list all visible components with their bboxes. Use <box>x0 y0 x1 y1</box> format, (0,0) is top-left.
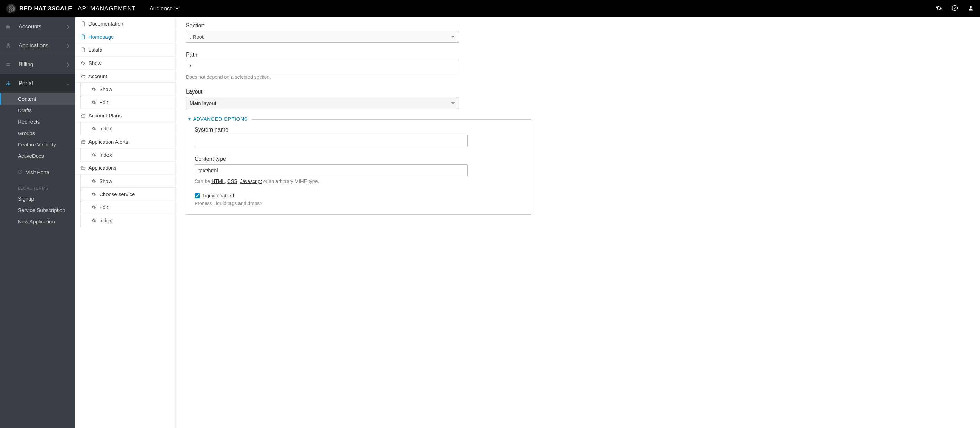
section-select[interactable]: . Root <box>186 31 459 43</box>
tree-item-account-edit[interactable]: Edit <box>80 96 175 109</box>
tree-item-applications-index[interactable]: Index <box>80 214 175 227</box>
sub-item-visit-portal[interactable]: Visit Portal <box>0 166 75 178</box>
gear-icon <box>91 87 96 92</box>
sidebar-label: Accounts <box>19 24 41 30</box>
liquid-enabled-label: Liquid enabled <box>202 193 234 198</box>
header-right: ? <box>936 5 974 13</box>
content-type-input[interactable] <box>194 164 468 176</box>
primary-sidebar: Accounts ❯ Applications ❯ Billing ❯ Port… <box>0 17 75 428</box>
sidebar-item-applications[interactable]: Applications ❯ <box>0 36 75 55</box>
path-input[interactable] <box>186 60 459 72</box>
svg-rect-9 <box>10 84 10 85</box>
chevron-right-icon: ❯ <box>66 43 70 48</box>
layout-label: Layout <box>186 89 459 95</box>
tree-item-account-plans[interactable]: Account Plans <box>75 109 175 122</box>
section-label: Section <box>186 22 459 29</box>
gear-icon <box>91 126 96 131</box>
svg-rect-7 <box>6 84 7 85</box>
tree-item-show[interactable]: Show <box>75 57 175 70</box>
gear-icon <box>80 61 86 66</box>
tree-item-applications-choose-service[interactable]: Choose service <box>80 188 175 201</box>
advanced-options-toggle[interactable]: ▼ ADVANCED OPTIONS <box>184 116 251 122</box>
tree-item-documentation[interactable]: Documentation <box>75 17 175 30</box>
sub-item-activedocs[interactable]: ActiveDocs <box>0 150 75 162</box>
advanced-options-fieldset: ▼ ADVANCED OPTIONS System name Content t… <box>186 119 531 215</box>
tree-item-application-alerts-index[interactable]: Index <box>80 148 175 162</box>
sidebar-item-accounts[interactable]: Accounts ❯ <box>0 17 75 36</box>
tree-item-account-show[interactable]: Show <box>80 83 175 96</box>
sub-item-drafts[interactable]: Drafts <box>0 105 75 116</box>
sidebar-label: Billing <box>19 62 33 68</box>
tree-item-applications-edit[interactable]: Edit <box>80 201 175 214</box>
path-label: Path <box>186 52 459 58</box>
top-header: RED HAT 3SCALE API MANAGEMENT Audience ? <box>0 0 980 17</box>
tree-item-account[interactable]: Account <box>75 70 175 83</box>
file-icon <box>80 21 86 26</box>
liquid-enabled-checkbox[interactable] <box>194 193 200 198</box>
svg-rect-6 <box>8 81 9 82</box>
svg-point-2 <box>970 6 972 8</box>
sitemap-icon <box>6 81 14 86</box>
link-javascript[interactable]: Javascript <box>240 178 262 184</box>
tree-item-homepage[interactable]: Homepage <box>75 30 175 43</box>
main-content: Section . Root Path Does not depend on a… <box>175 17 980 428</box>
file-icon <box>80 47 86 52</box>
external-link-icon <box>18 170 22 175</box>
audience-menu[interactable]: Audience <box>150 6 179 12</box>
folder-open-icon <box>80 113 86 118</box>
briefcase-icon <box>6 24 14 29</box>
sub-item-content[interactable]: Content <box>0 93 75 105</box>
sidebar-label: Applications <box>19 43 48 49</box>
sub-item-new-application[interactable]: New Application <box>0 216 75 227</box>
sub-item-redirects[interactable]: Redirects <box>0 116 75 127</box>
sub-item-feature-visibility[interactable]: Feature Visibility <box>0 139 75 150</box>
system-name-input[interactable] <box>194 135 468 147</box>
sidebar-item-billing[interactable]: Billing ❯ <box>0 55 75 74</box>
sub-item-groups[interactable]: Groups <box>0 127 75 139</box>
logo-icon <box>6 4 16 13</box>
folder-open-icon <box>80 166 86 170</box>
brand-strong: RED HAT 3SCALE <box>19 5 72 12</box>
content-tree: Documentation Homepage Lalala Show Accou… <box>75 17 175 428</box>
tree-item-lalala[interactable]: Lalala <box>75 43 175 57</box>
cubes-icon <box>6 43 14 48</box>
chevron-right-icon: ❯ <box>66 62 70 67</box>
layout-select[interactable]: Main layout <box>186 97 459 109</box>
gear-icon <box>91 192 96 197</box>
chevron-down-icon <box>175 6 179 12</box>
svg-text:?: ? <box>954 6 956 10</box>
help-icon[interactable]: ? <box>952 5 958 13</box>
user-icon[interactable] <box>967 5 974 13</box>
sub-item-service-subscription[interactable]: Service Subscription <box>0 204 75 216</box>
brand-logo[interactable]: RED HAT 3SCALE API MANAGEMENT <box>6 4 136 13</box>
portal-submenu: Content Drafts Redirects Groups Feature … <box>0 93 75 227</box>
liquid-help: Process Liquid tags and drops? <box>194 201 468 206</box>
chevron-down-icon: ⌄ <box>66 81 70 86</box>
tree-item-applications-show[interactable]: Show <box>80 174 175 188</box>
tree-item-application-alerts[interactable]: Application Alerts <box>75 135 175 148</box>
gear-icon[interactable] <box>936 5 942 13</box>
gear-icon <box>91 205 96 210</box>
legal-terms-heading: Legal Terms <box>0 182 75 193</box>
svg-rect-8 <box>8 84 9 85</box>
tree-item-applications[interactable]: Applications <box>75 162 175 174</box>
gear-icon <box>91 152 96 157</box>
svg-rect-5 <box>6 64 10 65</box>
gear-icon <box>91 179 96 184</box>
sidebar-item-portal[interactable]: Portal ⌄ <box>0 74 75 93</box>
card-icon <box>6 62 14 67</box>
brand-light: API MANAGEMENT <box>78 5 136 12</box>
content-type-help: Can be HTML, CSS, Javascript or an arbit… <box>194 178 468 184</box>
gear-icon <box>91 100 96 105</box>
tree-item-account-plans-index[interactable]: Index <box>80 122 175 135</box>
gear-icon <box>91 218 96 223</box>
content-type-label: Content type <box>194 156 468 162</box>
folder-open-icon <box>80 139 86 144</box>
audience-menu-label: Audience <box>150 6 173 12</box>
folder-open-icon <box>80 74 86 78</box>
link-css[interactable]: CSS <box>228 178 237 184</box>
path-help: Does not depend on a selected section. <box>186 74 459 80</box>
link-html[interactable]: HTML <box>212 178 224 184</box>
sub-item-signup[interactable]: Signup <box>0 193 75 204</box>
sidebar-label: Portal <box>19 81 33 87</box>
